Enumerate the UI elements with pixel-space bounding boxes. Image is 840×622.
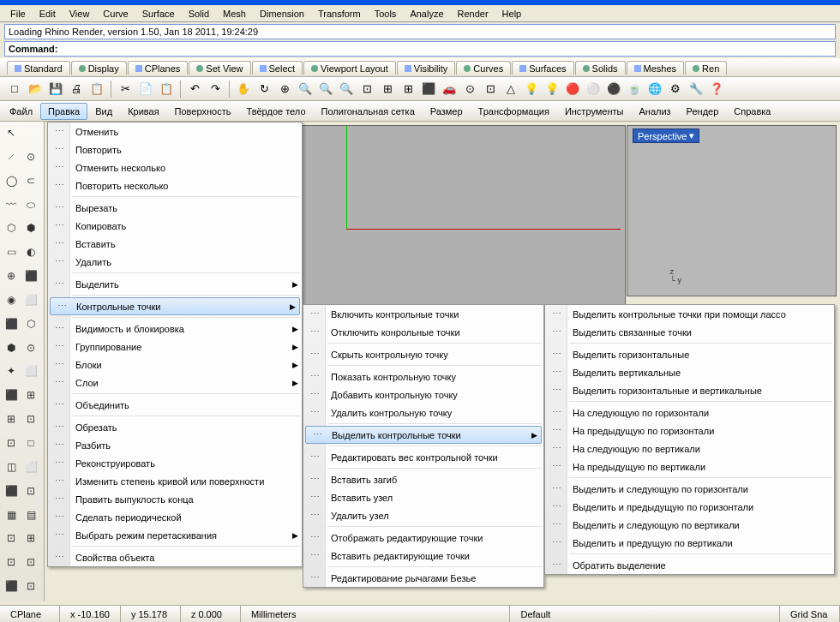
menu-item[interactable]: ⋯Реконструировать — [48, 454, 302, 472]
sb-cplane[interactable]: CPlane — [0, 606, 60, 622]
tool-button-16[interactable]: ⬛ — [2, 314, 21, 333]
tool-button-3[interactable]: ⊙ — [21, 147, 40, 166]
menu-view[interactable]: View — [63, 7, 97, 21]
menu-item[interactable]: ⋯Удалить — [48, 253, 302, 271]
tool-button-27[interactable]: □ — [21, 434, 40, 452]
menu-analyze[interactable]: Analyze — [403, 7, 450, 21]
menu-item[interactable]: ⋯Выделить связанные точки — [545, 323, 834, 341]
ru-menu-item[interactable]: Твёрдое тело — [238, 103, 313, 120]
menu-item[interactable]: ⋯Группирование▶ — [48, 338, 302, 356]
toolbar-button-5[interactable]: ✂ — [116, 80, 135, 99]
ru-menu-item[interactable]: Рендер — [679, 103, 727, 120]
menu-curve[interactable]: Curve — [96, 7, 135, 21]
toolbar-button-8[interactable]: ↶ — [185, 80, 204, 99]
menu-item[interactable]: ⋯Видимость и блокировка▶ — [48, 320, 302, 338]
ru-menu-item[interactable]: Файл — [2, 103, 40, 120]
ru-menu-item[interactable]: Полигональная сетка — [314, 103, 423, 120]
menu-item[interactable]: ⋯Отключить конрольные точки — [303, 323, 543, 341]
menu-item[interactable]: ⋯Вставить — [48, 235, 302, 253]
tool-button-17[interactable]: ⬡ — [21, 314, 40, 333]
tool-button-18[interactable]: ⬢ — [2, 338, 21, 357]
menu-item[interactable]: ⋯На следующую по вертикали — [545, 440, 834, 458]
toolbar-button-20[interactable]: 🚗 — [440, 80, 459, 99]
command-input[interactable]: Command: — [4, 41, 836, 57]
menu-item[interactable]: ⋯Слои▶ — [48, 374, 302, 392]
tool-button-24[interactable]: ⊞ — [2, 410, 21, 428]
tab-cplanes[interactable]: CPlanes — [128, 61, 189, 75]
tab-ren[interactable]: Ren — [685, 61, 727, 75]
toolbar-button-13[interactable]: 🔍 — [296, 80, 315, 99]
toolbar-button-21[interactable]: ⊙ — [460, 80, 479, 99]
ru-menu-item[interactable]: Кривая — [120, 103, 166, 120]
ru-menu-item[interactable]: Поверхность — [167, 103, 239, 120]
menu-item[interactable]: ⋯Редактировать вес контрольной точки — [303, 448, 543, 466]
menu-item[interactable]: ⋯Обратить выделение — [545, 556, 834, 574]
menu-item[interactable]: ⋯Контрольные точки▶ — [50, 297, 300, 315]
menu-help[interactable]: Help — [495, 7, 529, 21]
tool-button-30[interactable]: ⬛ — [2, 481, 21, 500]
toolbar-button-1[interactable]: 📂 — [26, 80, 45, 99]
toolbar-button-25[interactable]: 💡 — [543, 80, 561, 99]
ru-menu-item[interactable]: Анализ — [631, 103, 678, 120]
perspective-viewport[interactable]: Perspective ▾ z└ y — [627, 125, 837, 296]
toolbar-button-28[interactable]: ⚫ — [604, 80, 623, 99]
toolbar-button-6[interactable]: 📄 — [136, 80, 155, 99]
tool-button-1[interactable] — [21, 123, 40, 142]
toolbar-button-26[interactable]: 🔴 — [563, 80, 582, 99]
toolbar-button-3[interactable]: 🖨 — [67, 80, 86, 99]
tab-viewport-layout[interactable]: Viewport Layout — [303, 61, 396, 75]
toolbar-button-33[interactable]: ❓ — [707, 80, 726, 99]
tool-button-32[interactable]: ▦ — [2, 505, 21, 524]
toolbar-button-11[interactable]: ↻ — [255, 80, 273, 99]
toolbar-button-29[interactable]: 🍵 — [625, 80, 644, 99]
sb-layer[interactable]: Default — [510, 606, 780, 622]
menu-item[interactable]: ⋯Свойства объекта — [48, 548, 302, 566]
menu-item[interactable]: ⋯Повторить несколько — [48, 176, 302, 194]
tool-button-20[interactable]: ✦ — [2, 362, 21, 380]
menu-item[interactable]: ⋯Вырезать — [48, 199, 302, 217]
menu-item[interactable]: ⋯Блоки▶ — [48, 356, 302, 374]
toolbar-button-31[interactable]: ⚙ — [666, 80, 685, 99]
tool-button-4[interactable]: ◯ — [2, 171, 21, 190]
toolbar-button-2[interactable]: 💾 — [46, 80, 65, 99]
menu-item[interactable]: ⋯Вставить редактирующие точки — [303, 547, 543, 565]
menu-item[interactable]: ⋯Выделить▶ — [48, 275, 302, 293]
tab-visibility[interactable]: Visibility — [397, 61, 456, 75]
tab-set-view[interactable]: Set View — [189, 61, 250, 75]
menu-item[interactable]: ⋯Удалить узел — [303, 506, 543, 524]
toolbar-button-24[interactable]: 💡 — [522, 80, 541, 99]
menu-item[interactable]: ⋯Включить контрольные точки — [303, 305, 543, 323]
tool-button-39[interactable]: ⊡ — [21, 577, 40, 595]
menu-item[interactable]: ⋯Копировать — [48, 217, 302, 235]
menu-item[interactable]: ⋯Выделить и предыдущую по горизонтали — [545, 498, 834, 516]
ru-menu-item[interactable]: Инструменты — [557, 103, 632, 120]
menu-item[interactable]: ⋯На предыдущую по горизонтали — [545, 422, 834, 440]
tab-select[interactable]: Select — [252, 61, 303, 75]
ru-menu-item[interactable]: Вид — [87, 103, 120, 120]
menu-item[interactable]: ⋯Изменить степень кривой или поверхности — [48, 472, 302, 490]
ru-menu-item[interactable]: Справка — [726, 103, 778, 120]
menu-item[interactable]: ⋯Добавить контрольную точку — [303, 386, 543, 404]
menu-item[interactable]: ⋯Повторить — [48, 141, 302, 158]
toolbar-button-18[interactable]: ⊞ — [399, 80, 417, 99]
menu-tools[interactable]: Tools — [368, 7, 404, 21]
toolbar-button-27[interactable]: ⚪ — [584, 80, 603, 99]
tool-button-36[interactable]: ⊡ — [2, 553, 21, 571]
viewport-label[interactable]: Perspective ▾ — [633, 129, 699, 143]
menu-item[interactable]: ⋯Выделить контрольные точки при помощи л… — [545, 305, 834, 323]
menu-solid[interactable]: Solid — [182, 7, 216, 21]
sb-snap[interactable]: Grid Sna — [780, 606, 840, 622]
tool-button-38[interactable]: ⬛ — [2, 577, 21, 595]
menu-file[interactable]: File — [3, 7, 33, 21]
menu-item[interactable]: ⋯Сделать периодической — [48, 508, 302, 526]
tool-button-13[interactable]: ⬛ — [21, 266, 40, 285]
toolbar-button-14[interactable]: 🔍 — [316, 80, 335, 99]
tab-meshes[interactable]: Meshes — [627, 61, 685, 75]
sb-units[interactable]: Millimeters — [241, 606, 511, 622]
tool-button-34[interactable]: ⊡ — [2, 529, 21, 547]
menu-item[interactable]: ⋯Выделить контрольные точки▶ — [305, 426, 542, 444]
ru-menu-item[interactable]: Размер — [423, 103, 471, 120]
menu-item[interactable]: ⋯Объединить — [48, 396, 302, 414]
menu-edit[interactable]: Edit — [33, 7, 63, 21]
ru-menu-item[interactable]: Правка — [40, 103, 87, 120]
